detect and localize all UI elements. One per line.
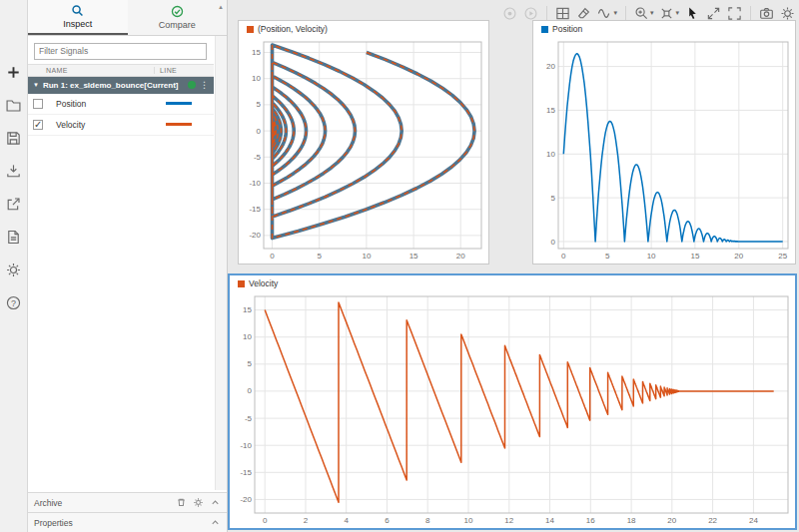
- report-button[interactable]: [2, 225, 26, 249]
- properties-section-header[interactable]: Properties: [28, 512, 227, 532]
- svg-text:-10: -10: [240, 441, 252, 450]
- xy-plot[interactable]: (Position, Velocity) 05101520-20-15-10-5…: [238, 20, 489, 265]
- cursor-arrow-icon: [685, 6, 700, 21]
- svg-text:15: 15: [409, 252, 418, 261]
- zoom-in-button[interactable]: ▾: [634, 6, 654, 21]
- svg-text:10: 10: [243, 332, 252, 341]
- svg-text:16: 16: [586, 516, 595, 525]
- scrollbar-up-icon[interactable]: ▲: [218, 4, 224, 10]
- corner-brackets-icon: [727, 6, 742, 21]
- svg-text:10: 10: [252, 74, 261, 83]
- signal-row-velocity[interactable]: Velocity: [28, 115, 214, 136]
- svg-text:8: 8: [425, 516, 430, 525]
- position-label: Position: [56, 99, 166, 109]
- replay-button[interactable]: [523, 6, 538, 21]
- save-button[interactable]: [2, 126, 26, 150]
- svg-text:15: 15: [243, 305, 252, 314]
- wave-icon: [597, 6, 612, 21]
- subplot-layout-button[interactable]: [555, 6, 570, 21]
- svg-text:?: ?: [11, 297, 16, 307]
- xy-plot-title: (Position, Velocity): [258, 24, 328, 34]
- chevron-up-icon[interactable]: [210, 517, 221, 528]
- tab-inspect[interactable]: Inspect: [28, 0, 128, 35]
- position-plot-title: Position: [552, 24, 582, 34]
- position-plot-legend: Position: [533, 21, 795, 37]
- share-icon: [5, 196, 22, 213]
- tab-compare-label: Compare: [159, 20, 196, 30]
- legend-marker: [541, 26, 548, 33]
- tab-compare[interactable]: Compare: [128, 0, 228, 35]
- position-plot[interactable]: Position 051015202505101520: [532, 20, 796, 265]
- archive-section-header[interactable]: Archive: [28, 492, 227, 512]
- camera-icon: [759, 6, 774, 21]
- help-button[interactable]: ?: [2, 290, 26, 314]
- plus-icon: [5, 64, 22, 81]
- export-button[interactable]: [2, 192, 26, 216]
- position-line-swatch[interactable]: [166, 102, 192, 105]
- svg-text:10: 10: [546, 150, 555, 159]
- folder-icon: [5, 97, 22, 114]
- import-button[interactable]: [2, 159, 26, 183]
- fullscreen-button[interactable]: [727, 6, 742, 21]
- add-button[interactable]: [2, 60, 26, 84]
- chevron-up-icon[interactable]: [210, 497, 221, 508]
- svg-text:-20: -20: [240, 495, 252, 504]
- svg-text:-20: -20: [249, 231, 261, 240]
- position-checkbox[interactable]: [33, 99, 43, 109]
- signal-row-position[interactable]: Position: [28, 94, 214, 115]
- velocity-plot-legend: Velocity: [230, 275, 795, 291]
- svg-text:10: 10: [464, 516, 473, 525]
- svg-text:5: 5: [257, 100, 262, 109]
- collapse-caret-icon[interactable]: ▼: [33, 82, 39, 88]
- settings-button[interactable]: [780, 6, 795, 21]
- run-label: Run 1: ex_sldemo_bounce[Current]: [43, 81, 184, 90]
- pointer-button[interactable]: [685, 6, 700, 21]
- velocity-label: Velocity: [56, 120, 166, 130]
- position-plot-canvas[interactable]: 051015202505101520: [533, 37, 795, 264]
- run-menu-icon[interactable]: ⋮: [200, 80, 209, 90]
- check-circle-icon: [171, 5, 184, 18]
- trash-icon[interactable]: [176, 497, 187, 508]
- fit-view-icon: [659, 6, 674, 21]
- record-button[interactable]: [502, 6, 517, 21]
- legend-marker: [238, 280, 245, 287]
- signal-table-header: NAME LINE: [28, 64, 214, 77]
- velocity-line-swatch[interactable]: [166, 123, 192, 126]
- grid-layout-icon: [555, 6, 570, 21]
- run-status-dot: [188, 81, 196, 89]
- sidebar-scrollbar[interactable]: [215, 36, 227, 490]
- search-icon: [71, 4, 84, 17]
- xy-plot-canvas[interactable]: 05101520-20-15-10-5051015: [239, 37, 488, 264]
- svg-text:5: 5: [551, 194, 556, 203]
- svg-text:15: 15: [252, 48, 261, 57]
- signal-style-button[interactable]: ▾: [597, 6, 617, 21]
- velocity-plot-title: Velocity: [249, 278, 278, 288]
- velocity-checkbox[interactable]: [33, 120, 43, 130]
- expand-button[interactable]: [706, 6, 721, 21]
- gear-icon: [5, 262, 22, 278]
- velocity-plot-canvas[interactable]: 024681012141618202224-20-15-10-5051015: [230, 291, 795, 528]
- legend-marker: [247, 26, 254, 33]
- gear-small-icon[interactable]: [193, 497, 204, 508]
- filter-row: [28, 36, 227, 64]
- fit-to-view-button[interactable]: ▾: [659, 6, 679, 21]
- svg-text:22: 22: [708, 516, 717, 525]
- snapshot-button[interactable]: [759, 6, 774, 21]
- properties-label: Properties: [34, 518, 204, 528]
- floppy-icon: [5, 130, 22, 147]
- svg-text:5: 5: [248, 359, 253, 368]
- signal-browser-panel: Inspect Compare ▲ NAME LINE ▼ Run 1: ex_…: [28, 0, 228, 532]
- velocity-plot[interactable]: Velocity 024681012141618202224-20-15-10-…: [228, 273, 797, 530]
- column-name: NAME: [28, 67, 154, 74]
- open-button[interactable]: [2, 93, 26, 117]
- clear-plots-button[interactable]: [576, 6, 591, 21]
- run-row[interactable]: ▼ Run 1: ex_sldemo_bounce[Current] ⋮: [28, 77, 214, 94]
- preferences-button[interactable]: [2, 258, 26, 281]
- svg-text:6: 6: [385, 516, 390, 525]
- filter-signals-input[interactable]: [34, 43, 207, 60]
- tab-inspect-label: Inspect: [63, 19, 92, 29]
- record-icon: [502, 6, 517, 21]
- svg-text:0: 0: [551, 238, 556, 247]
- svg-text:4: 4: [344, 516, 349, 525]
- diagonal-arrows-icon: [706, 6, 721, 21]
